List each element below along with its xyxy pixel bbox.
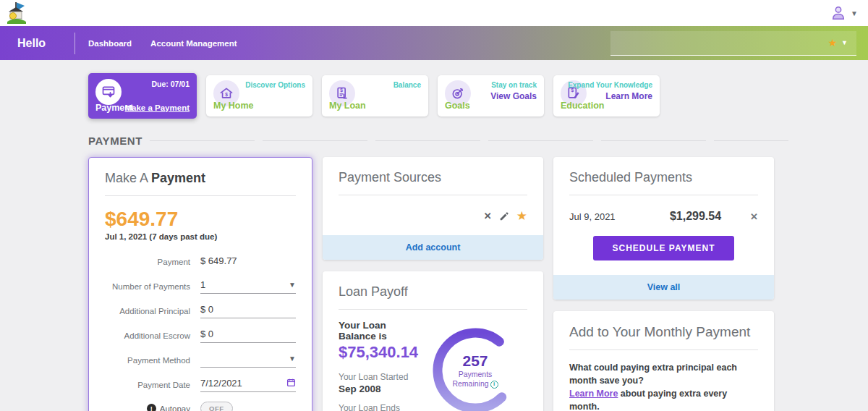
divider [569, 349, 758, 350]
alert-info-icon: ! [147, 404, 156, 411]
form-row-additional-escrow: Additional Escrow $ 0 [105, 328, 296, 343]
field-label: Payment [105, 258, 190, 269]
learn-more-link[interactable]: Learn More [569, 389, 618, 399]
learn-more-link[interactable]: Learn More [605, 91, 652, 101]
card-title: Scheduled Payments [569, 170, 758, 185]
chevron-down-icon: ▼ [289, 355, 296, 363]
payment-date-input[interactable]: 7/12/2021 [200, 377, 296, 392]
chevron-down-icon: ▼ [851, 9, 858, 17]
field-label: Additional Escrow [105, 331, 190, 343]
info-icon[interactable]: i [490, 381, 498, 389]
loan-summary: Your Loan Balance is $75,340.14 Your Loa… [339, 320, 425, 411]
tab-education-tag: Expand Your Knowledge [568, 81, 652, 89]
brand-logo[interactable] [6, 1, 27, 25]
balance-label: Your Loan Balance is [339, 320, 425, 342]
make-a-payment-link[interactable]: Make a Payment [125, 103, 190, 112]
payment-form: Payment $ 649.77 Number of Payments 1▼ A… [105, 254, 296, 411]
number-of-payments-select[interactable]: 1▼ [200, 279, 296, 294]
autopay-label: Autopay [160, 404, 190, 411]
loan-started-label: Your Loan Started [339, 372, 425, 382]
main-navbar: Hello Dashboard Account Management ★ ▼ [0, 26, 868, 60]
extra-payment-question: What could paying extra principal each m… [569, 361, 758, 411]
cancel-scheduled-icon[interactable]: ✕ [750, 211, 758, 222]
amount-due: $649.77 [105, 208, 296, 231]
card-title: Loan Payoff [339, 284, 527, 300]
scheduled-payments-card: Scheduled Payments Jul 9, 2021 $1,299.54… [553, 157, 774, 300]
tab-education[interactable]: $ Expand Your Knowledge Learn More Educa… [553, 75, 660, 116]
rewards-selector[interactable]: ★ ▼ [610, 31, 856, 56]
schedule-payment-button[interactable]: SCHEDULE PAYMENT [593, 236, 733, 260]
tab-my-loan-tag[interactable]: Balance [393, 81, 421, 89]
favorite-source-icon[interactable]: ★ [516, 208, 527, 224]
user-menu[interactable]: ▼ [830, 5, 858, 21]
card-title: Payment Sources [339, 170, 527, 185]
page-content: Due: 07/01 Payment Make a Payment $ Disc… [0, 60, 868, 411]
scheduled-amount: $1,299.54 [670, 210, 721, 223]
view-goals-link[interactable]: View Goals [490, 91, 537, 101]
brand-logo-icon [6, 1, 27, 25]
delete-source-icon[interactable]: ✕ [484, 211, 492, 221]
tab-my-loan[interactable]: $ Balance My Loan [322, 75, 428, 116]
make-a-payment-card: Make A Payment $649.77 Jul 1, 2021 (7 da… [88, 157, 312, 411]
payments-remaining-label: Payments [459, 370, 493, 379]
add-monthly-payment-card: Add to Your Monthly Payment What could p… [553, 311, 774, 411]
scheduled-payment-row: Jul 9, 2021 $1,299.54 ✕ [569, 210, 758, 223]
home-icon: $ [219, 86, 234, 101]
nav-divider [75, 33, 75, 54]
tab-goals[interactable]: Stay on track View Goals Goals [438, 75, 544, 116]
autopay-row: ! Autopay OFF [105, 402, 296, 411]
tab-my-home-tag[interactable]: Discover Options [245, 81, 305, 89]
field-label: Number of Payments [105, 282, 190, 294]
tab-my-home-label: My Home [213, 101, 254, 111]
dashboard-tabs: Due: 07/01 Payment Make a Payment $ Disc… [88, 73, 774, 119]
card-title: Make A Payment [105, 171, 296, 186]
form-row-payment-date: Payment Date 7/12/2021 [105, 377, 296, 392]
loan-balance-value: $75,340.14 [339, 343, 425, 362]
svg-text:$: $ [225, 92, 228, 98]
form-row-number-of-payments: Number of Payments 1▼ [105, 279, 296, 294]
svg-text:$: $ [340, 88, 343, 93]
tab-goals-label: Goals [445, 101, 470, 111]
payment-source-actions: ✕ ★ [339, 208, 527, 224]
add-account-button[interactable]: Add account [323, 235, 543, 260]
autopay-toggle[interactable]: OFF [200, 402, 233, 411]
field-label: Payment Method [105, 356, 190, 368]
chevron-down-icon: ▼ [289, 281, 296, 289]
calendar-icon[interactable] [286, 378, 296, 389]
tab-payment[interactable]: Due: 07/01 Payment Make a Payment [88, 73, 197, 119]
chevron-down-icon: ▼ [841, 39, 848, 46]
divider [339, 309, 527, 310]
additional-escrow-input[interactable]: $ 0 [200, 328, 296, 343]
payment-amount-value: $ 649.77 [200, 254, 296, 269]
payment-method-select[interactable]: ▼ [200, 352, 296, 368]
payments-remaining-count: 257 [462, 352, 488, 370]
view-all-button[interactable]: View all [553, 275, 774, 300]
divider [105, 195, 296, 196]
tab-education-label: Education [561, 101, 604, 111]
scheduled-date: Jul 9, 2021 [569, 211, 616, 222]
nav-link-dashboard[interactable]: Dashboard [88, 39, 132, 48]
tab-my-loan-label: My Loan [329, 101, 366, 111]
tab-my-home[interactable]: $ Discover Options My Home [206, 75, 312, 116]
edit-source-icon[interactable] [499, 211, 509, 221]
section-title: PAYMENT [88, 135, 142, 147]
divider [569, 195, 758, 195]
goals-target-icon [451, 86, 465, 101]
section-divider [150, 140, 788, 141]
form-row-payment-method: Payment Method ▼ [105, 352, 296, 368]
due-badge: Due: 07/01 [151, 80, 190, 88]
top-bar: ▼ [0, 0, 868, 26]
additional-principal-input[interactable]: $ 0 [200, 303, 296, 318]
tab-goals-tag: Stay on track [491, 81, 537, 89]
nav-link-account-management[interactable]: Account Management [150, 39, 237, 48]
form-row-payment: Payment $ 649.77 [105, 254, 296, 269]
field-label: Additional Principal [105, 307, 190, 318]
loan-started-value: Sep 2008 [339, 384, 425, 394]
payment-section-header: PAYMENT [88, 135, 774, 147]
loan-payoff-card: Loan Payoff Your Loan Balance is $75,340… [323, 271, 543, 411]
due-date-note: Jul 1, 2021 (7 days past due) [105, 232, 296, 241]
divider [339, 195, 527, 195]
form-row-additional-principal: Additional Principal $ 0 [105, 303, 296, 318]
loan-ends-label: Your Loan Ends [339, 403, 425, 411]
payment-icon [101, 85, 116, 99]
